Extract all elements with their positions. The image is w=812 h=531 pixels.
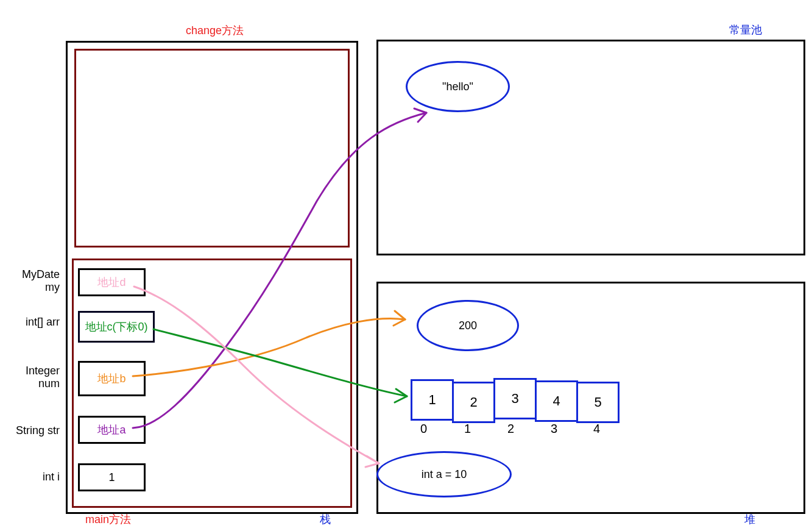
ellipse-200-text: 200: [459, 319, 477, 332]
var-label-intarr: int[] arr: [5, 316, 60, 329]
change-method-frame: [74, 49, 350, 248]
array-cell-4-val: 5: [594, 394, 601, 410]
array-cell-0: 1: [411, 379, 454, 421]
change-method-label: change方法: [186, 23, 244, 38]
ellipse-hello: "hello": [406, 61, 510, 112]
var-box-string: 地址a: [78, 416, 146, 444]
var-label-mydate-line2: my: [5, 281, 60, 294]
var-label-mydate-line1: MyDate: [5, 268, 60, 281]
var-box-integer-text: 地址b: [97, 371, 125, 386]
array-cell-3-val: 4: [553, 393, 560, 409]
main-method-label: main方法: [85, 512, 131, 527]
array-cell-1-val: 2: [470, 394, 477, 410]
var-label-inti: int i: [5, 471, 60, 483]
var-label-string: String str: [5, 424, 60, 437]
heap-label: 堆: [744, 512, 755, 527]
var-box-string-text: 地址a: [97, 422, 125, 437]
array-cell-2: 3: [493, 378, 537, 419]
ellipse-hello-text: "hello": [442, 80, 473, 93]
var-label-integer: Integer num: [5, 365, 60, 390]
array-cell-4: 5: [576, 382, 620, 423]
array-idx-4: 4: [593, 422, 600, 436]
ellipse-200: 200: [417, 300, 519, 351]
var-box-intarr-text: 地址c(下标0): [85, 319, 148, 334]
array-cell-3: 4: [535, 380, 578, 422]
var-box-mydate: 地址d: [78, 268, 146, 296]
var-label-mydate: MyDate my: [5, 268, 60, 294]
var-box-inti: 1: [78, 463, 146, 491]
array-idx-2: 2: [507, 422, 514, 436]
array-idx-3: 3: [551, 422, 557, 436]
ellipse-inta: int a = 10: [376, 451, 512, 497]
var-box-intarr: 地址c(下标0): [78, 311, 155, 343]
var-box-mydate-text: 地址d: [97, 275, 125, 290]
stack-label: 栈: [320, 512, 331, 527]
const-pool-label: 常量池: [729, 23, 762, 37]
ellipse-inta-text: int a = 10: [422, 468, 467, 481]
var-box-integer: 地址b: [78, 361, 146, 396]
array-cell-1: 2: [452, 382, 495, 423]
var-label-integer-line2: num: [5, 377, 60, 390]
var-label-integer-line1: Integer: [5, 365, 60, 377]
array-cell-2-val: 3: [511, 391, 518, 407]
var-box-inti-text: 1: [108, 471, 115, 484]
array-idx-1: 1: [464, 422, 471, 436]
array-idx-0: 0: [420, 422, 427, 436]
array-cell-0-val: 1: [428, 392, 436, 408]
